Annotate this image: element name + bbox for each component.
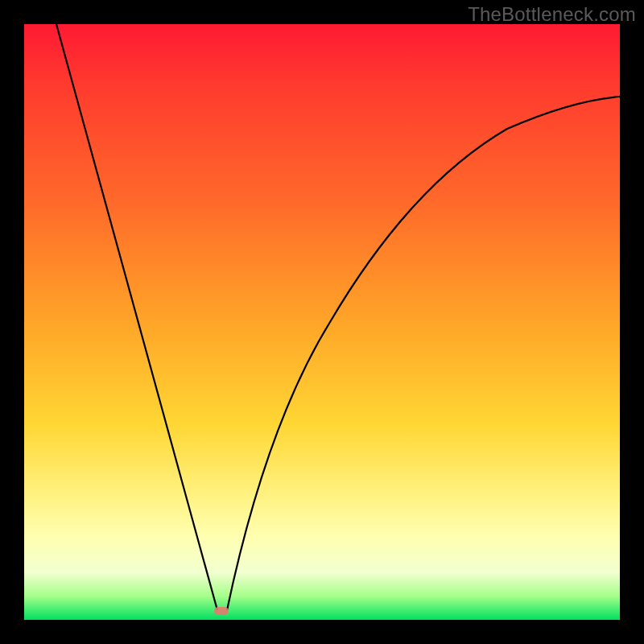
bottleneck-curve bbox=[24, 24, 620, 620]
plot-frame bbox=[24, 24, 620, 620]
optimum-marker bbox=[214, 607, 229, 615]
watermark-text: TheBottleneck.com bbox=[468, 3, 636, 26]
